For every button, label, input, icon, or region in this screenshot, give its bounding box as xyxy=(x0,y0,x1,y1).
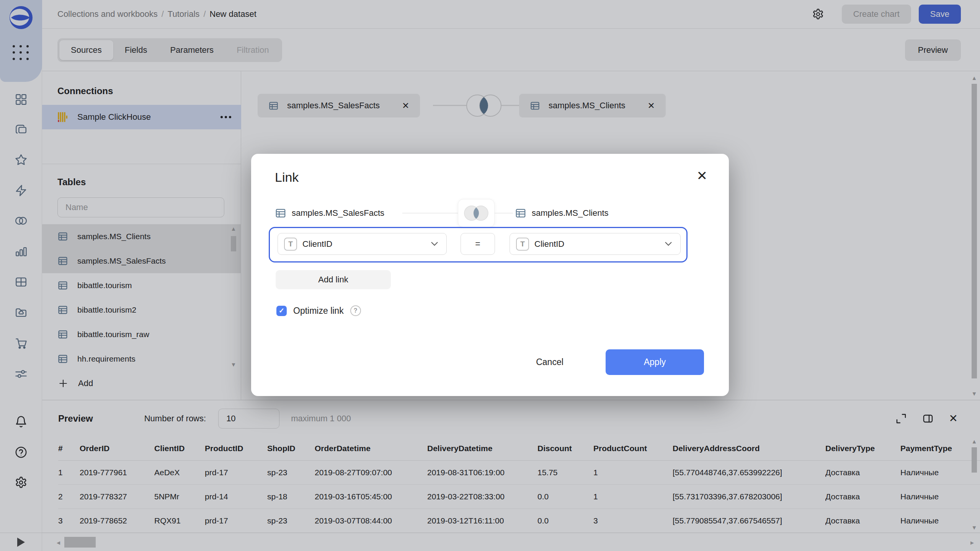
modal-title: Link xyxy=(275,170,299,185)
chevron-down-icon xyxy=(431,242,438,246)
optimize-link-row: ✓ Optimize link ? xyxy=(276,305,361,316)
chevron-down-icon xyxy=(665,242,672,246)
optimize-checkbox[interactable]: ✓ xyxy=(276,306,287,316)
add-link-button[interactable]: Add link xyxy=(276,270,391,289)
field-type-string-icon: T xyxy=(516,238,529,251)
optimize-label: Optimize link xyxy=(293,306,344,316)
operator-button[interactable]: = xyxy=(461,233,495,255)
link-modal: Link ✕ samples.MS_SalesFacts samples.MS_… xyxy=(251,154,729,396)
table-icon xyxy=(515,207,526,219)
right-field-select[interactable]: T ClientID xyxy=(510,233,681,255)
left-field-select[interactable]: T ClientID xyxy=(278,233,447,255)
app-window: Collections and workbooks/Tutorials/New … xyxy=(0,0,980,551)
modal-join-row: samples.MS_SalesFacts samples.MS_Clients xyxy=(251,201,729,225)
help-circle-icon[interactable]: ? xyxy=(350,305,361,316)
field-type-string-icon: T xyxy=(284,238,297,251)
cancel-button[interactable]: Cancel xyxy=(523,349,577,375)
left-field-value: ClientID xyxy=(302,239,431,249)
link-condition-box: T ClientID = T ClientID xyxy=(269,227,688,262)
apply-button[interactable]: Apply xyxy=(606,349,704,375)
join-line xyxy=(495,213,513,214)
modal-left-table: samples.MS_SalesFacts xyxy=(292,201,384,225)
modal-right-table: samples.MS_Clients xyxy=(532,201,609,225)
modal-join-type-button[interactable] xyxy=(458,199,495,227)
modal-close-icon[interactable]: ✕ xyxy=(697,169,708,182)
right-field-value: ClientID xyxy=(534,239,665,249)
join-venn-icon xyxy=(461,203,492,223)
table-icon xyxy=(275,207,286,219)
join-line xyxy=(402,213,458,214)
